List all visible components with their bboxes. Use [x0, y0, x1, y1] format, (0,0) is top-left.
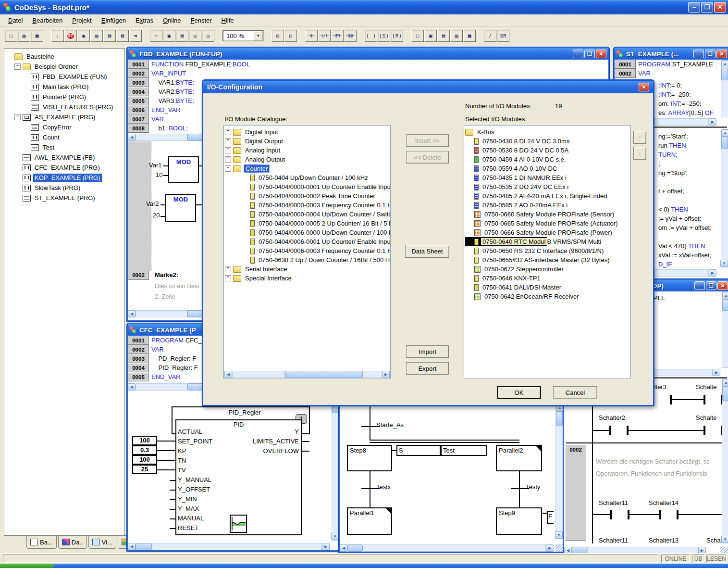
windows-taskbar[interactable]: [0, 564, 728, 568]
toolbar-button[interactable]: ⊞: [271, 30, 284, 42]
selected-module-row[interactable]: 0750-0646 KNX-TP1: [465, 274, 630, 283]
horizontal-scrollbar[interactable]: ◀▶: [128, 543, 330, 550]
toolbar-button[interactable]: ▣: [424, 30, 437, 42]
move-up-button[interactable]: ↑: [633, 131, 646, 144]
selected-io-modules-list[interactable]: K-Bus 0750-0430 8 DI 24 V DC 3.0ms 0750-…: [464, 125, 631, 379]
palette-tab[interactable]: Ba...: [26, 535, 57, 549]
horizontal-scrollbar[interactable]: ◀▶: [224, 371, 390, 378]
catalogue-item[interactable]: 0750-0404/0006-0001 Up Counter/ Enable I…: [225, 237, 390, 246]
contact-label[interactable]: Schalte: [696, 414, 716, 421]
horizontal-scrollbar[interactable]: ◀: [128, 310, 204, 317]
delete-button[interactable]: << Delete: [406, 151, 449, 164]
tree-expander[interactable]: +: [225, 266, 231, 272]
sfc-action-name[interactable]: Test: [441, 445, 487, 456]
toolbar-button[interactable]: ▤: [437, 30, 450, 42]
catalogue-item[interactable]: 0750-0404/0006-0000 Up/Down Counter / 10…: [225, 228, 390, 237]
data-sheet-button[interactable]: Data Sheet: [405, 245, 449, 258]
contact-label[interactable]: Schalter13: [649, 537, 679, 544]
menu-item[interactable]: Fenster: [186, 15, 216, 25]
toolbar-button[interactable]: ▥: [450, 30, 463, 42]
input-value-box[interactable]: 100: [132, 455, 157, 465]
close-icon[interactable]: ✕: [639, 83, 649, 91]
block-input[interactable]: 20: [153, 212, 160, 219]
tree-item[interactable]: − AS_EXAMPLE (PRG): [6, 112, 124, 122]
input-value-box[interactable]: 25: [132, 465, 157, 474]
selected-module-row[interactable]: 0750-0485 2 AI 4-20 mA EEx i, Single-End…: [465, 191, 630, 201]
close-button[interactable]: ✕: [714, 2, 726, 13]
menu-item[interactable]: Bearbeiten: [28, 15, 67, 25]
sfc-step[interactable]: Parallel1: [347, 507, 392, 535]
catalogue-item[interactable]: − Counter: [225, 164, 390, 173]
st-window-titlebar[interactable]: ST_EXAMPLE (... – ❐ ✕: [615, 48, 728, 60]
ladder-contact[interactable]: [659, 510, 679, 519]
selected-module-row[interactable]: 0750-0459 4 AI 0-10V DC s.e.: [465, 155, 630, 164]
toolbar-button[interactable]: ⊣/⊢: [318, 30, 331, 42]
toolbar-button[interactable]: ◎: [189, 30, 201, 42]
toolbar-button[interactable]: ▦: [463, 30, 476, 42]
st-declaration-pane[interactable]: 0001PROGRAM ST_EXAMPLE0002VAR: [615, 60, 728, 78]
catalogue-item[interactable]: 0750-0404/0000-0004 Up/Down Counter / Sw…: [225, 210, 390, 219]
catalogue-item[interactable]: + Serial Interface: [225, 265, 390, 274]
selected-module-row[interactable]: 0750-0641 DALI/DSI-Master: [465, 283, 630, 292]
sfc-step[interactable]: Parallel2: [496, 445, 542, 471]
selected-module-row[interactable]: 0750-0559 4 AO 0-10V DC: [465, 164, 630, 173]
tree-item[interactable]: SlowTask (PRG): [6, 183, 124, 193]
block-input[interactable]: Var2: [146, 200, 159, 207]
fbd-block[interactable]: MOD: [165, 194, 196, 222]
tree-item[interactable]: Test: [6, 142, 124, 152]
selected-module-row[interactable]: 0750-0660 Safety Module PROFIsafe (Senso…: [465, 210, 630, 219]
resize-grip[interactable]: [555, 544, 563, 552]
vertical-scrollbar[interactable]: ▲ ▼: [722, 379, 728, 543]
input-value-box[interactable]: 100: [132, 436, 157, 445]
contact-label[interactable]: Schalte: [696, 383, 716, 391]
toolbar-button[interactable]: ( ): [365, 30, 377, 42]
tree-item[interactable]: Bausteine: [6, 51, 124, 62]
block-instance-name[interactable]: PID_Regler: [213, 409, 276, 416]
import-button[interactable]: Import: [406, 345, 449, 358]
maximize-button[interactable]: ❐: [584, 50, 595, 58]
export-button[interactable]: Export: [406, 362, 449, 375]
catalogue-item[interactable]: 0750-0404/0006-0003 Frequency Counter 0.…: [225, 246, 390, 255]
selected-module-row[interactable]: 0750-0530 8 DO 24 V DC 0.5A: [465, 146, 630, 155]
block-output-pin[interactable]: LIMITS_ACTIVE: [178, 437, 299, 446]
toolbar-button[interactable]: ◎: [202, 30, 214, 42]
catalogue-item[interactable]: + Analog Output: [225, 155, 390, 164]
block-input-pin[interactable]: Y_MAX: [178, 504, 212, 514]
menu-item[interactable]: Hilfe: [217, 15, 238, 25]
catalogue-item[interactable]: 0750-0404/0000-0003 Frequency Counter 0.…: [225, 201, 390, 210]
catalogue-item[interactable]: + Digital Output: [225, 137, 390, 146]
catalogue-item[interactable]: + Analog Input: [225, 146, 390, 155]
selected-module-row[interactable]: 0750-0650 RS 232 C Interface (9600/8/1/N…: [465, 246, 630, 255]
tree-item[interactable]: CopyError: [6, 122, 124, 132]
fbd-window-titlebar[interactable]: FBD_EXAMPLE (FUN-FUP) – ❐ ✕: [128, 48, 608, 60]
toolbar-button[interactable]: ⊣⊢: [305, 30, 318, 42]
block-input-pin[interactable]: TV: [178, 466, 212, 475]
palette-tab[interactable]: Da..: [58, 535, 87, 549]
contact-label[interactable]: Schalter11: [599, 499, 628, 506]
tree-item[interactable]: ST_EXAMPLE (PRG): [6, 193, 124, 203]
minimize-button[interactable]: –: [688, 2, 700, 13]
menu-item[interactable]: Extras: [131, 15, 158, 25]
selected-module-row[interactable]: 0750-0585 2 AO 0-20mA EEx i: [465, 201, 630, 210]
maximize-button[interactable]: ❐: [705, 50, 716, 58]
tree-item[interactable]: Count: [6, 132, 124, 142]
toolbar-button[interactable]: ▥: [90, 30, 103, 42]
toolbar-button[interactable]: ⊣N⊢: [344, 30, 357, 42]
insert-button[interactable]: Insert >>: [406, 134, 449, 147]
vertical-scrollbar[interactable]: ▲: [722, 291, 728, 368]
toolbar-button[interactable]: ▦: [31, 30, 43, 42]
toolbar-button[interactable]: ⇉: [129, 30, 142, 42]
tree-item[interactable]: VISU_FEATURES (PRG): [6, 102, 124, 112]
contact-label[interactable]: Schalter11: [599, 537, 628, 544]
ladder-contact[interactable]: [610, 510, 629, 519]
toolbar-button[interactable]: /: [484, 30, 496, 42]
fbd-block[interactable]: MOD: [168, 156, 199, 183]
toolbar-button[interactable]: (S): [378, 30, 390, 42]
block-input[interactable]: Var1: [149, 162, 162, 169]
tree-expander[interactable]: +: [225, 138, 231, 144]
horizontal-scrollbar[interactable]: ◀: [128, 383, 204, 391]
tree-item[interactable]: MainTask (PRG): [6, 82, 124, 92]
cancel-button[interactable]: Cancel: [553, 386, 597, 399]
catalogue-item[interactable]: + Digital Input: [225, 127, 390, 137]
input-value-box[interactable]: 0.3: [132, 445, 157, 455]
